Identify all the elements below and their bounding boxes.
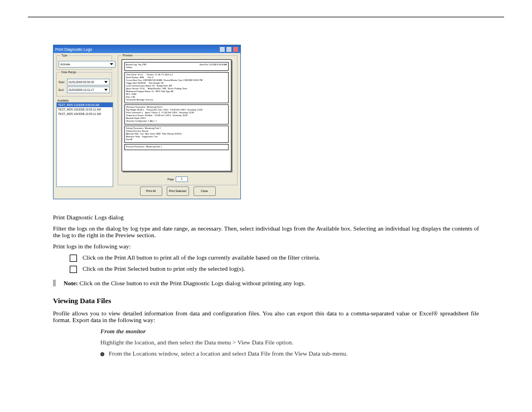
pager: Page 1 <box>118 176 237 182</box>
chevron-down-icon <box>104 80 108 84</box>
preview-header-block: Activate Log: Test_PRO Date/One: 1/2/200… <box>124 62 229 71</box>
para-filter: Filter the logs on the dialog by log typ… <box>53 225 479 238</box>
check-text: Click on the Print All button to print a… <box>83 254 320 261</box>
checkbox-icon <box>70 255 77 262</box>
preview-info-block: Time Online: 91 ms Position: X:1.03, P:1… <box>124 72 229 103</box>
type-value: Activate <box>60 63 70 66</box>
page-number[interactable]: 1 <box>176 176 188 182</box>
close-dialog-button[interactable]: Close <box>194 186 216 196</box>
caption: Print Diagnostic Logs dialog <box>53 214 479 221</box>
end-label: End <box>59 88 67 92</box>
note-block: Note: Click on the Close button to exit … <box>53 280 479 286</box>
preview-panel: Preview Activate Log: Test_PRO Date/One:… <box>118 55 238 185</box>
checkbox-icon <box>70 266 77 273</box>
check-print-selected: Click on the Print Selected button to pr… <box>70 265 479 273</box>
para-data-files: Profile allows you to view detailed info… <box>53 310 479 323</box>
list-item[interactable]: TEST_4005 1/2/2008 9:50:00 AM <box>57 103 113 107</box>
heading-data-files: Viewing Data Files <box>53 296 479 305</box>
bullet-item: From the Locations window, select a loca… <box>100 350 479 357</box>
page-label: Page <box>167 178 174 181</box>
check-print-all: Click on the Print All button to print a… <box>70 254 479 262</box>
document-body: Print Diagnostic Logs dialog Filter the … <box>53 209 479 359</box>
note-bar <box>53 280 56 286</box>
type-group: Type Activate <box>56 55 112 70</box>
minimize-button[interactable] <box>219 46 225 52</box>
start-label: Start <box>59 80 67 84</box>
preview-page: Activate Log: Test_PRO Date/One: 1/2/200… <box>122 59 231 171</box>
bullet-icon <box>100 352 104 356</box>
end-date-value: 01/03/2008 13:12:17 <box>69 88 94 92</box>
sub-section: From the monitor Highlight the location,… <box>100 328 479 357</box>
start-date-value: 01/01/2008 00:00:00 <box>69 80 94 84</box>
note-text: Note: Click on the Close button to exit … <box>64 280 306 286</box>
preview-ultrasonic-block: Ultrasonic Parameters · Monitoring Point… <box>124 104 229 124</box>
type-select[interactable]: Activate <box>59 61 115 68</box>
print-all-button[interactable]: Print All <box>140 186 162 196</box>
chevron-down-icon <box>104 88 108 92</box>
button-bar: Print All Print Selected Close <box>118 186 238 196</box>
bullet-text: From the Locations window, select a loca… <box>109 350 347 357</box>
sub-heading: From the monitor <box>100 328 146 334</box>
preview-velocity-block: Velocity Parameters · Monitoring Point 1… <box>124 126 229 143</box>
end-date-input[interactable]: 01/03/2008 13:12:17 <box>67 87 110 93</box>
date-range-label: Date Range <box>60 70 78 74</box>
available-label: Available <box>57 99 69 102</box>
left-panel: Type Activate Date Range Start 01/01/200… <box>56 55 112 187</box>
print-diagnostic-logs-window: Print Diagnostic Logs Type Activate Date… <box>53 45 241 199</box>
list-item[interactable]: TEST_4005 1/8/2008 10:05:11 AM <box>57 112 113 116</box>
list-item[interactable]: TEST_4005 1/8/2008 10:05:11 AM <box>57 107 113 112</box>
preview-group: Preview Activate Log: Test_PRO Date/One:… <box>118 55 238 185</box>
type-label: Type <box>60 54 69 57</box>
available-list[interactable]: TEST_4005 1/2/2008 9:50:00 AM TEST_4005 … <box>56 102 113 187</box>
para-print-intro: Print logs in the following way: <box>53 243 479 250</box>
titlebar: Print Diagnostic Logs <box>54 45 240 53</box>
date-range-group: Date Range Start 01/01/2008 00:00:00 End… <box>56 72 112 97</box>
preview-pressure-block: Pressure Parameters · Monitoring Point 1 <box>124 144 229 150</box>
close-button[interactable] <box>233 46 239 52</box>
check-text: Click on the Print Selected button to pr… <box>83 265 245 272</box>
sub-para: Highlight the location, and then select … <box>100 339 479 346</box>
window-title: Print Diagnostic Logs <box>55 47 219 51</box>
print-selected-button[interactable]: Print Selected <box>167 186 189 196</box>
start-date-input[interactable]: 01/01/2008 00:00:00 <box>67 79 110 85</box>
maximize-button[interactable] <box>226 46 232 52</box>
chevron-down-icon <box>109 62 114 66</box>
preview-label: Preview <box>122 54 134 57</box>
